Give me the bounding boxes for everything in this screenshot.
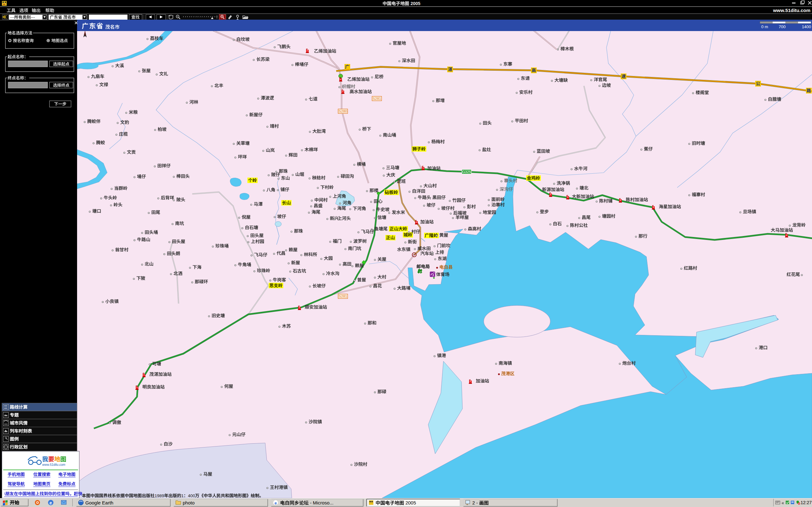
svg-text:1989: 1989 bbox=[155, 493, 164, 498]
svg-text:photo: photo bbox=[183, 500, 195, 505]
svg-text:12:27: 12:27 bbox=[801, 500, 812, 505]
svg-text:---: --- bbox=[10, 15, 14, 20]
svg-text:S281: S281 bbox=[373, 97, 381, 101]
svg-text:2005: 2005 bbox=[405, 500, 416, 505]
svg-text:2 -: 2 - bbox=[472, 500, 478, 505]
svg-text:S281: S281 bbox=[339, 294, 347, 298]
svg-text:e: e bbox=[274, 501, 276, 505]
svg-text:- Microso...: - Microso... bbox=[310, 500, 334, 505]
svg-text:e: e bbox=[49, 500, 52, 505]
svg-text:2005: 2005 bbox=[410, 1, 420, 6]
svg-text:\: \ bbox=[4, 492, 5, 496]
svg-text:1: 1 bbox=[182, 493, 184, 498]
svg-text:---: --- bbox=[31, 15, 35, 20]
svg-text:1400: 1400 bbox=[802, 24, 811, 29]
svg-text:700: 700 bbox=[779, 24, 786, 29]
svg-text:0 m: 0 m bbox=[761, 24, 768, 29]
svg-text:G325: G325 bbox=[462, 170, 471, 174]
svg-text:S280: S280 bbox=[339, 109, 347, 113]
svg-text:www.51ditu.com: www.51ditu.com bbox=[42, 463, 65, 466]
svg-text:Google Earth: Google Earth bbox=[85, 500, 113, 505]
svg-text:«: « bbox=[781, 500, 784, 505]
svg-text:400: 400 bbox=[188, 493, 195, 498]
svg-text:www.51ditu.com: www.51ditu.com bbox=[773, 8, 810, 13]
